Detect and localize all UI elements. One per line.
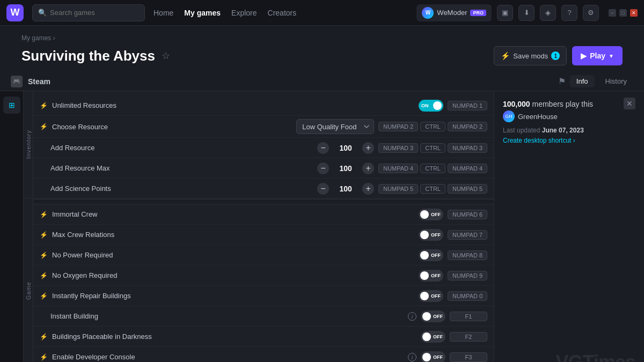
app-logo[interactable]: W	[6, 4, 24, 21]
info-icon-instant-building[interactable]: i	[408, 312, 416, 321]
save-count-badge: 1	[551, 51, 560, 60]
user-name: WeModer	[437, 9, 467, 17]
keybind-pill-nr2b[interactable]: NUMPAD 2	[448, 122, 487, 131]
settings-icon-btn[interactable]: ⚙	[583, 5, 599, 21]
toggle-dev-console[interactable]: OFF	[421, 351, 445, 363]
info-icon-dev-console[interactable]: i	[408, 353, 416, 361]
stepper-add-resource-max: − 100 +	[317, 162, 374, 174]
value-science-points: 100	[332, 184, 359, 193]
user-circle: GH	[503, 110, 515, 122]
decrement-add-resource[interactable]: −	[317, 142, 329, 154]
nav-my-games[interactable]: My games	[184, 9, 221, 17]
play-label: Play	[590, 51, 605, 60]
content-area: ⊞ Inventory Game ⚡ Unlimited Resources O…	[0, 91, 644, 362]
keybind-pill-nr2[interactable]: NUMPAD 2	[378, 122, 418, 131]
mod-name-instantly-repair: Instantly Repair Buildings	[52, 292, 414, 300]
increment-add-resource[interactable]: +	[362, 142, 374, 154]
play-button[interactable]: ▶ Play ▼	[572, 46, 623, 65]
resource-dropdown[interactable]: Low Quality Food High Quality Food Water…	[296, 119, 374, 134]
nav-explore[interactable]: Explore	[231, 9, 257, 17]
keybind-nr3[interactable]: NUMPAD 3	[378, 143, 418, 153]
help-icon-btn[interactable]: ?	[561, 5, 577, 21]
increment-add-resource-max[interactable]: +	[362, 162, 374, 174]
category-inventory: Inventory	[25, 125, 32, 163]
stepper-add-science-points: − 100 +	[317, 183, 374, 195]
mod-name-buildings-darkness: Buildings Placeable in Darkness	[52, 333, 416, 341]
mod-instant-building: Instant Building i OFF F1	[33, 306, 494, 327]
stepper-add-resource: − 100 +	[317, 142, 374, 154]
favorite-icon[interactable]: ☆	[162, 50, 170, 62]
tab-history[interactable]: History	[599, 75, 633, 87]
close-panel-button[interactable]: ✕	[624, 98, 635, 109]
save-mods-button[interactable]: ⚡ Save mods 1	[494, 46, 567, 65]
members-count: 100,000 members play this	[503, 100, 635, 108]
keybind-f2[interactable]: F2	[450, 332, 487, 342]
toggle-instant-building[interactable]: OFF	[421, 311, 445, 322]
mod-name-immortal-crew: Immortal Crew	[52, 210, 414, 218]
user-badge[interactable]: W WeModer PRO	[416, 4, 492, 21]
keybind-pill[interactable]: NUMPAD 1	[448, 101, 487, 110]
sidebar-icon-grid[interactable]: ⊞	[3, 97, 20, 114]
main-nav: Home My games Explore Creators	[153, 9, 408, 17]
toggle-no-power-required[interactable]: OFF	[419, 249, 443, 261]
keybind-instant-building: F1	[450, 312, 487, 321]
pro-badge: PRO	[470, 10, 486, 16]
tab-info[interactable]: Info	[570, 75, 595, 87]
discord-icon-btn[interactable]: ◈	[540, 5, 556, 21]
search-bar[interactable]: 🔍	[32, 4, 145, 21]
steam-icon: 🎮	[11, 76, 23, 87]
keybind-add-resource-max: NUMPAD 4 CTRL NUMPAD 4	[378, 164, 487, 173]
keybind-nr6[interactable]: NUMPAD 6	[448, 210, 487, 219]
keybind-nr3b[interactable]: NUMPAD 3	[448, 143, 487, 153]
inventory-icon-btn[interactable]: ▣	[497, 5, 513, 21]
keybind-nr7[interactable]: NUMPAD 7	[448, 230, 487, 240]
chevron-down-icon: ▼	[609, 53, 614, 59]
keybind-nr4[interactable]: NUMPAD 4	[378, 164, 418, 173]
keybind-nr0[interactable]: NUMPAD 0	[448, 291, 487, 301]
toggle-max-crew-relations[interactable]: OFF	[419, 229, 443, 241]
search-icon: 🔍	[38, 9, 47, 17]
toggle-immortal-crew[interactable]: OFF	[419, 209, 443, 220]
toggle-unlimited-resources[interactable]: ON	[419, 100, 443, 112]
keybind-f3[interactable]: F3	[450, 352, 487, 362]
save-mods-label: Save mods	[513, 52, 548, 60]
nav-creators[interactable]: Creators	[268, 9, 297, 17]
section-divider	[33, 199, 494, 204]
bolt-icon-oxygen: ⚡	[40, 272, 48, 279]
keybind-nr5b[interactable]: NUMPAD 5	[448, 184, 487, 194]
keybind-nr5[interactable]: NUMPAD 5	[378, 184, 418, 194]
mod-add-science-points: Add Science Points − 100 + NUMPAD 5 CTRL…	[33, 179, 494, 199]
keybind-immortal-crew: NUMPAD 6	[448, 210, 487, 219]
decrement-science-points[interactable]: −	[317, 183, 329, 195]
bolt-icon-dev: ⚡	[40, 353, 48, 361]
keybind-nr4b[interactable]: NUMPAD 4	[448, 164, 487, 173]
breadcrumb-parent[interactable]: My games	[21, 34, 51, 42]
mod-name-no-power-required: No Power Required	[52, 251, 414, 259]
keybind-instantly-repair: NUMPAD 0	[448, 291, 487, 301]
increment-science-points[interactable]: +	[362, 183, 374, 195]
platform-actions: ⚑ Info History	[558, 75, 633, 87]
toggle-no-oxygen-required[interactable]: OFF	[419, 270, 443, 282]
minimize-btn[interactable]: −	[609, 9, 616, 17]
keybind-nr8[interactable]: NUMPAD 8	[448, 250, 487, 260]
search-input[interactable]	[50, 9, 139, 17]
keybind-add-resource: NUMPAD 3 CTRL NUMPAD 3	[378, 143, 487, 153]
mod-name-add-resource: Add Resource	[50, 144, 313, 152]
toggle-buildings-darkness[interactable]: OFF	[421, 331, 445, 343]
save-icon: ⚡	[501, 51, 510, 60]
close-btn[interactable]: ✕	[630, 9, 638, 17]
mods-panel: ⚡ Unlimited Resources ON NUMPAD 1 ⚡ Choo…	[33, 91, 494, 362]
downloads-icon-btn[interactable]: ⬇	[518, 5, 535, 21]
mod-enable-developer-console: ⚡ Enable Developer Console i OFF F3	[33, 347, 494, 362]
toggle-instantly-repair[interactable]: OFF	[419, 290, 443, 302]
flag-icon[interactable]: ⚑	[558, 76, 566, 86]
platform-bar: 🎮 Steam ⚑ Info History	[0, 72, 644, 91]
maximize-btn[interactable]: □	[619, 9, 627, 17]
desktop-shortcut-link[interactable]: Create desktop shortcut ›	[503, 137, 575, 144]
keybind-f1[interactable]: F1	[450, 312, 487, 321]
keybind-buildings-darkness: F2	[450, 332, 487, 342]
decrement-add-resource-max[interactable]: −	[317, 162, 329, 174]
mod-name-choose-resource: Choose Resource	[52, 123, 292, 131]
keybind-nr9[interactable]: NUMPAD 9	[448, 271, 487, 280]
nav-home[interactable]: Home	[153, 9, 173, 17]
